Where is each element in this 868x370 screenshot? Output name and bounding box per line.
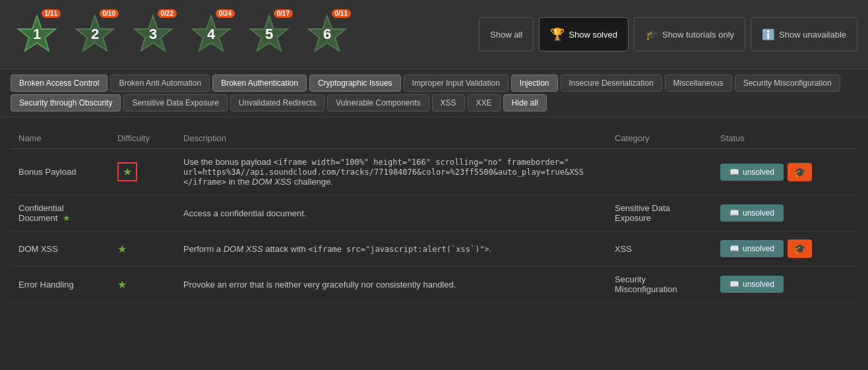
- status-row: 📖 unsolved: [720, 204, 850, 222]
- cell-difficulty: ★: [109, 231, 175, 266]
- show-tutorials-label: Show tutorials only: [662, 30, 734, 40]
- cell-status: 📖 unsolved: [712, 195, 857, 231]
- cell-status: 📖 unsolved 🎓: [712, 231, 857, 266]
- show-unavailable-button[interactable]: ℹ️ Show unavailable: [751, 17, 857, 51]
- star-filter-2[interactable]: 2 0/10: [69, 8, 121, 61]
- cat-unvalidated-redirects[interactable]: Unvalidated Redirects: [230, 94, 325, 111]
- cat-security-misconfiguration[interactable]: Security Misconfiguration: [735, 75, 840, 92]
- cell-description: Provoke an error that is neither very gr…: [175, 266, 607, 303]
- table-row: Confidential Document ★ Access a confide…: [11, 195, 857, 231]
- cat-improper-input-validation[interactable]: Improper Input Validation: [404, 75, 509, 92]
- star-1-number: 1: [33, 26, 41, 43]
- cell-name: DOM XSS: [11, 231, 109, 266]
- star-icon: ★: [117, 279, 127, 290]
- book-icon: 📖: [729, 244, 739, 253]
- challenge-name: Error Handling: [18, 280, 74, 290]
- show-tutorials-button[interactable]: 🎓 Show tutorials only: [634, 17, 745, 51]
- cell-description: Use the bonus payload <iframe width="100…: [175, 149, 607, 195]
- table-header-row: Name Difficulty Description Category Sta…: [11, 128, 857, 149]
- cat-cryptographic-issues[interactable]: Cryptographic Issues: [309, 75, 401, 92]
- star-2-badge: 0/10: [100, 9, 119, 18]
- cell-category: Sensitive Data Exposure: [607, 195, 712, 231]
- table-row: DOM XSS ★ Perform a DOM XSS attack with …: [11, 231, 857, 266]
- cell-difficulty: [109, 195, 175, 231]
- desc-code: <iframe width="100%" height="166" scroll…: [183, 158, 584, 187]
- cell-category: Security Misconfiguration: [607, 266, 712, 303]
- challenge-name: Confidential Document: [18, 203, 64, 223]
- star-filter-5[interactable]: 5 0/17: [243, 8, 295, 61]
- cat-sensitive-data-exposure[interactable]: Sensitive Data Exposure: [123, 94, 227, 111]
- cat-injection[interactable]: Injection: [511, 75, 558, 92]
- cell-category: [607, 149, 712, 195]
- book-icon: 📖: [729, 208, 739, 218]
- unsolved-label: unsolved: [743, 208, 774, 218]
- cell-name: Error Handling: [11, 266, 109, 303]
- difficulty-stars: ★: [117, 162, 168, 181]
- cell-difficulty: ★: [109, 266, 175, 303]
- unsolved-button[interactable]: 📖 unsolved: [720, 240, 784, 257]
- star-filter-4[interactable]: 4 0/24: [185, 8, 237, 61]
- col-header-status: Status: [712, 128, 857, 149]
- star-6-number: 6: [323, 26, 331, 43]
- show-solved-button[interactable]: 🏆 Show solved: [539, 17, 629, 51]
- status-row: 📖 unsolved 🎓: [720, 163, 850, 181]
- unsolved-button[interactable]: 📖 unsolved: [720, 164, 784, 181]
- unsolved-label: unsolved: [743, 168, 774, 177]
- cat-xss[interactable]: XSS: [432, 94, 465, 111]
- cat-broken-access-control[interactable]: Broken Access Control: [11, 75, 108, 92]
- star-filter-6[interactable]: 6 0/11: [301, 8, 354, 61]
- desc-italic: DOM XSS: [224, 244, 263, 254]
- desc-code: <iframe src="javascript:alert(`xss`)">: [308, 245, 489, 254]
- col-header-category: Category: [607, 128, 712, 149]
- star-1-badge: 1/11: [42, 9, 61, 18]
- difficulty-star-bordered: ★: [117, 162, 137, 181]
- star-6-badge: 0/11: [332, 9, 351, 18]
- cat-broken-authentication[interactable]: Broken Authentication: [212, 75, 307, 92]
- show-all-label: Show all: [490, 30, 522, 40]
- cat-miscellaneous[interactable]: Miscellaneous: [665, 75, 732, 92]
- cell-status: 📖 unsolved: [712, 266, 857, 303]
- cat-security-through-obscurity[interactable]: Security through Obscurity: [11, 94, 121, 111]
- tutorial-button[interactable]: 🎓: [788, 239, 812, 258]
- show-solved-label: Show solved: [569, 30, 617, 40]
- star-2-number: 2: [91, 26, 99, 43]
- trophy-icon: 🏆: [550, 27, 565, 42]
- table-row: Error Handling ★ Provoke an error that i…: [11, 266, 857, 303]
- star-5-badge: 0/17: [274, 9, 293, 18]
- book-icon: 📖: [729, 168, 739, 177]
- info-icon: ℹ️: [762, 28, 775, 41]
- category-bar: Broken Access Control Broken Anti Automa…: [0, 69, 868, 117]
- cell-name: Confidential Document ★: [11, 195, 109, 231]
- col-header-name: Name: [11, 128, 109, 149]
- cat-insecure-deserialization[interactable]: Insecure Deserialization: [561, 75, 662, 92]
- star-icon: ★: [117, 243, 127, 255]
- col-header-description: Description: [175, 128, 607, 149]
- table-row: Bonus Payload ★ Use the bonus payload <i…: [11, 149, 857, 195]
- unsolved-button[interactable]: 📖 unsolved: [720, 204, 784, 222]
- star-3-badge: 0/22: [158, 9, 177, 18]
- unsolved-label: unsolved: [743, 244, 774, 253]
- star-icon: ★: [123, 166, 132, 178]
- unsolved-button[interactable]: 📖 unsolved: [720, 276, 784, 293]
- cell-difficulty: ★: [109, 149, 175, 195]
- cell-status: 📖 unsolved 🎓: [712, 149, 857, 195]
- cell-name: Bonus Payload: [11, 149, 109, 195]
- star-filter-1[interactable]: 1 1/11: [11, 8, 63, 61]
- challenges-table: Name Difficulty Description Category Sta…: [11, 128, 857, 303]
- show-all-button[interactable]: Show all: [479, 17, 534, 51]
- col-header-difficulty: Difficulty: [109, 128, 175, 149]
- cell-description: Access a confidential document.: [175, 195, 607, 231]
- star-3-number: 3: [149, 26, 157, 43]
- star-4-badge: 0/24: [216, 9, 235, 18]
- unsolved-label: unsolved: [743, 280, 774, 289]
- cat-broken-anti-automation[interactable]: Broken Anti Automation: [110, 75, 210, 92]
- tutorial-icon: 🎓: [794, 167, 805, 177]
- cell-description: Perform a DOM XSS attack with <iframe sr…: [175, 231, 607, 266]
- cat-xxe[interactable]: XXE: [468, 94, 501, 111]
- book-icon: 📖: [729, 280, 739, 289]
- cat-vulnerable-components[interactable]: Vulnerable Components: [327, 94, 429, 111]
- tutorial-button[interactable]: 🎓: [788, 163, 812, 181]
- top-bar: 1 1/11 2 0/10 3 0/22 4 0/24: [0, 0, 868, 69]
- hide-all-button[interactable]: Hide all: [503, 94, 547, 111]
- star-filter-3[interactable]: 3 0/22: [127, 8, 179, 61]
